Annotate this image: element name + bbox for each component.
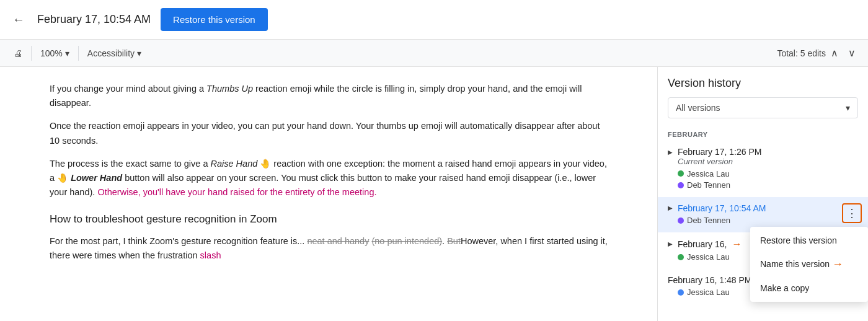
toolbar-divider — [31, 46, 32, 61]
raise-hand-italic: Raise Hand — [211, 159, 258, 169]
paragraph-3: The process is the exact same to give a … — [50, 157, 608, 200]
doc-title: February 17, 10:54 AM — [37, 13, 151, 26]
user-dot-jessica-3: Jessica Lau — [678, 252, 730, 262]
dot-blue-4 — [678, 289, 684, 296]
user-dot-jessica-4: Jessica Lau — [678, 288, 730, 297]
version-date-1: February 17, 1:26 PM — [678, 147, 761, 157]
zoom-control[interactable]: 100% ▾ — [34, 46, 76, 61]
three-dot-button[interactable]: ⋮ — [842, 203, 862, 223]
top-bar: ← February 17, 10:54 AM Restore this ver… — [0, 0, 868, 40]
total-edits: Total: 5 edits — [777, 48, 826, 58]
username-jessica-4: Jessica Lau — [687, 288, 730, 297]
nav-down-button[interactable]: ∨ — [843, 45, 861, 61]
version-date-4: February 16, 1:48 PM — [668, 275, 751, 285]
username-deb-1: Deb Tennen — [687, 180, 730, 190]
dropdown-name[interactable]: Name this version → — [750, 252, 868, 277]
arrow-icon-3: → — [732, 239, 742, 250]
lower-hand-text: Lower Hand — [71, 173, 122, 183]
accessibility-arrow-icon: ▾ — [137, 48, 141, 58]
dropdown-restore[interactable]: Restore this version — [750, 229, 868, 252]
version-date-3: February 16, — [678, 239, 727, 249]
accessibility-menu[interactable]: Accessibility ▾ — [81, 46, 148, 61]
month-label: FEBRUARY — [658, 126, 868, 141]
italic-text: Thumbs Up — [206, 84, 253, 94]
context-dropdown-menu: Restore this version Name this version →… — [750, 227, 868, 302]
paragraph-2: Once the reaction emoji appears in your … — [50, 119, 608, 147]
zoom-arrow-icon: ▾ — [65, 48, 69, 58]
toolbar-divider2 — [78, 46, 79, 61]
paragraph-1: If you change your mind about giving a T… — [50, 82, 608, 110]
zoom-value: 100% — [40, 48, 63, 58]
print-icon: 🖨 — [14, 48, 22, 58]
back-button[interactable]: ← — [10, 10, 27, 29]
section-heading: How to troubleshoot gesture recognition … — [50, 211, 608, 227]
sidebar-title: Version history — [658, 67, 868, 97]
pink-slash: slash — [200, 250, 221, 260]
accessibility-label: Accessibility — [87, 48, 135, 58]
paragraph-4: For the most part, I think Zoom's gestur… — [50, 234, 608, 263]
document-area: If you change your mind about giving a T… — [0, 67, 657, 321]
dropdown-copy[interactable]: Make a copy — [750, 277, 868, 299]
strikethrough-1: neat and handy — [307, 236, 369, 246]
print-button[interactable]: 🖨 — [7, 46, 29, 61]
username-jessica-3: Jessica Lau — [687, 252, 730, 262]
version-users-1: Jessica Lau Deb Tennen — [668, 168, 858, 191]
dot-purple-2 — [678, 218, 684, 224]
dot-green-1 — [678, 170, 684, 177]
nav-up-button[interactable]: ∧ — [826, 45, 843, 61]
dropdown-name-label: Name this version — [760, 259, 830, 269]
pink-text-1: Otherwise, you'll have your hand raised … — [97, 187, 376, 197]
dot-green-3 — [678, 254, 684, 260]
user-dot-jessica-1: Jessica Lau — [678, 169, 730, 178]
version-sub-1: Current version — [668, 157, 858, 166]
arrow-indicator-icon: → — [832, 258, 843, 271]
toolbar: 🖨 100% ▾ Accessibility ▾ Total: 5 edits … — [0, 40, 868, 67]
strikethrough-but: But — [447, 236, 461, 246]
version-date-2: February 17, 10:54 AM — [678, 203, 766, 213]
filter-arrow-icon: ▾ — [846, 103, 850, 113]
version-item-2[interactable]: ▶ February 17, 10:54 AM Deb Tennen ⋮ Res… — [658, 197, 868, 232]
user-dot-deb-1: Deb Tennen — [678, 180, 730, 190]
user-dot-deb-2: Deb Tennen — [678, 216, 730, 225]
main-layout: If you change your mind about giving a T… — [0, 67, 868, 321]
dot-purple-1 — [678, 182, 684, 188]
triangle-icon-1: ▶ — [668, 149, 673, 156]
strikethrough-2: (no pun intended) — [371, 236, 442, 246]
version-filter-dropdown[interactable]: All versions ▾ — [668, 97, 858, 118]
triangle-icon-2: ▶ — [668, 204, 673, 211]
version-users-2: Deb Tennen — [668, 215, 858, 226]
version-filter-label: All versions — [676, 103, 720, 113]
sidebar: Version history All versions ▾ FEBRUARY … — [657, 67, 868, 321]
version-item-1[interactable]: ▶ February 17, 1:26 PM Current version J… — [658, 141, 868, 197]
triangle-icon-3: ▶ — [668, 240, 673, 247]
username-jessica-1: Jessica Lau — [687, 169, 730, 178]
username-deb-2: Deb Tennen — [687, 216, 730, 225]
restore-button[interactable]: Restore this version — [161, 8, 268, 31]
